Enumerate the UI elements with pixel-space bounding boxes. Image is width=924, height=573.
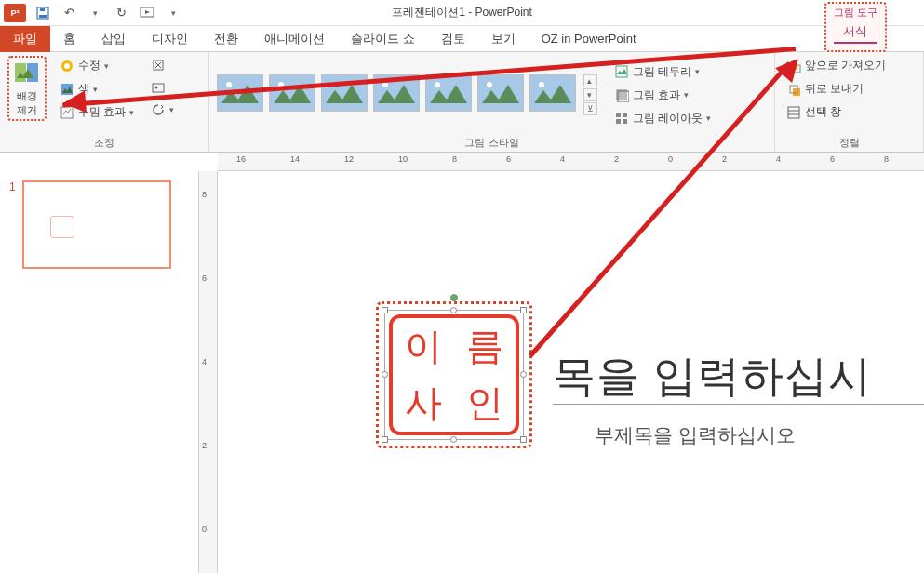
selection-pane-button[interactable]: 선택 창 xyxy=(783,102,890,122)
resize-handle[interactable] xyxy=(382,436,388,443)
picture-layout-button[interactable]: 그림 레이아웃▾ xyxy=(610,109,715,128)
title-underline xyxy=(553,404,924,405)
svg-rect-1 xyxy=(39,15,47,18)
layout-label: 그림 레이아웃 xyxy=(633,111,703,127)
file-tab[interactable]: 파일 xyxy=(0,26,50,52)
svg-rect-23 xyxy=(478,75,523,111)
quick-access-toolbar: P³ ↶ ▾ ↻ ▾ xyxy=(0,4,182,22)
subtitle-placeholder[interactable]: 부제목을 입력하십시오 xyxy=(595,422,796,448)
style-thumb[interactable] xyxy=(477,74,524,112)
gallery-up-button[interactable]: ▴ xyxy=(583,74,597,87)
view-tab[interactable]: 보기 xyxy=(478,26,529,52)
resize-handle[interactable] xyxy=(450,436,457,443)
svg-rect-36 xyxy=(793,88,800,96)
remove-background-label: 배경 제거 xyxy=(17,89,37,117)
picture-effects-button[interactable]: 그림 효과▾ xyxy=(610,86,715,105)
stamp-char: 인 xyxy=(454,375,516,432)
content-area: 1 목을 입력하십시 부제목을 입력하십시오 xyxy=(0,171,924,573)
send-backward-button[interactable]: 뒤로 보내기 xyxy=(783,79,890,99)
picture-border-button[interactable]: 그림 테두리▾ xyxy=(610,62,715,82)
stamp-char: 사 xyxy=(393,375,454,432)
resize-handle[interactable] xyxy=(520,371,527,378)
mini-stamp-preview xyxy=(50,216,74,238)
picture-styles-group: ▴ ▾ ⊻ 그림 테두리▾ 그림 효과▾ 그림 레이아웃▾ xyxy=(209,52,775,152)
svg-point-24 xyxy=(487,82,492,87)
svg-point-14 xyxy=(226,82,232,87)
title-bar: P³ ↶ ▾ ↻ ▾ 프레젠테이션1 - PowerPoint xyxy=(0,0,924,26)
window-title: 프레젠테이션1 - PowerPoint xyxy=(392,5,532,20)
undo-dropdown[interactable]: ▾ xyxy=(86,4,104,22)
resize-handle[interactable] xyxy=(382,371,388,378)
corrections-label: 수정 xyxy=(78,58,100,73)
bring-forward-label: 앞으로 가져오기 xyxy=(805,58,886,73)
horizontal-ruler: 16141210864202468 xyxy=(218,153,924,171)
stamp-char: 름 xyxy=(454,318,516,375)
border-label: 그림 테두리 xyxy=(633,64,691,80)
corrections-button[interactable]: 수정▾ xyxy=(56,56,138,75)
effects-label: 그림 효과 xyxy=(633,87,680,103)
gallery-more-button[interactable]: ⊻ xyxy=(583,102,597,115)
svg-rect-33 xyxy=(623,119,627,124)
home-tab[interactable]: 홈 xyxy=(50,26,88,52)
slide-thumbnail[interactable] xyxy=(22,180,171,269)
style-thumb[interactable] xyxy=(425,74,472,112)
slide-number: 1 xyxy=(9,180,16,193)
remove-background-highlight: 배경 제거 xyxy=(7,56,47,121)
review-tab[interactable]: 검토 xyxy=(428,26,478,52)
stamp-highlight: 이 름 사 인 xyxy=(376,301,532,448)
reset-picture-button[interactable]: ▾ xyxy=(147,100,178,119)
send-backward-label: 뒤로 보내기 xyxy=(805,81,864,97)
qat-customize-dropdown[interactable]: ▾ xyxy=(164,4,182,22)
oz-tab[interactable]: OZ in PowerPoint xyxy=(529,26,649,52)
redo-button[interactable]: ↻ xyxy=(112,4,130,22)
save-button[interactable] xyxy=(33,4,52,22)
resize-handle[interactable] xyxy=(450,307,457,313)
start-slideshow-button[interactable] xyxy=(138,4,156,22)
slide-thumbnails-pane: 1 xyxy=(0,171,199,573)
svg-rect-15 xyxy=(270,75,315,111)
insert-tab[interactable]: 삽입 xyxy=(88,26,139,52)
styles-group-label: 그림 스타일 xyxy=(217,136,767,150)
undo-button[interactable]: ↶ xyxy=(60,4,78,22)
svg-rect-25 xyxy=(530,75,575,111)
format-tab[interactable]: 서식 xyxy=(834,21,877,44)
animations-tab[interactable]: 애니메이션 xyxy=(251,26,338,52)
title-placeholder[interactable]: 목을 입력하십시 xyxy=(553,348,872,406)
svg-rect-11 xyxy=(153,84,164,92)
svg-rect-21 xyxy=(426,75,471,111)
adjust-group-label: 조정 xyxy=(7,136,201,150)
arrange-group-label: 정렬 xyxy=(783,136,916,150)
svg-rect-2 xyxy=(40,8,45,11)
gallery-down-button[interactable]: ▾ xyxy=(583,88,597,101)
stamp-image[interactable]: 이 름 사 인 xyxy=(389,314,519,435)
style-thumb[interactable] xyxy=(269,74,315,112)
remove-background-button[interactable]: 배경 제거 xyxy=(13,60,41,117)
compress-pictures-button[interactable] xyxy=(147,56,178,74)
svg-rect-30 xyxy=(616,113,621,117)
style-thumb[interactable] xyxy=(529,74,576,112)
stamp-selection[interactable]: 이 름 사 인 xyxy=(384,310,524,440)
arrow-head-icon xyxy=(62,90,87,114)
picture-tools-label: 그림 도구 xyxy=(834,6,877,20)
resize-handle[interactable] xyxy=(520,436,527,443)
slide-canvas: 목을 입력하십시 부제목을 입력하십시오 이 름 xyxy=(376,301,924,573)
resize-handle[interactable] xyxy=(382,307,388,313)
svg-rect-31 xyxy=(623,113,627,117)
svg-rect-38 xyxy=(788,107,799,118)
selection-pane-label: 선택 창 xyxy=(805,104,841,120)
design-tab[interactable]: 디자인 xyxy=(139,26,201,52)
svg-point-7 xyxy=(64,63,70,69)
svg-rect-32 xyxy=(616,119,621,124)
rotate-handle[interactable] xyxy=(450,294,458,301)
slideshow-tab[interactable]: 슬라이드 쇼 xyxy=(338,26,428,52)
slide-edit-area[interactable]: 목을 입력하십시 부제목을 입력하십시오 이 름 xyxy=(218,171,924,573)
transitions-tab[interactable]: 전환 xyxy=(201,26,251,52)
svg-point-26 xyxy=(539,82,544,87)
svg-point-12 xyxy=(155,87,158,89)
resize-handle[interactable] xyxy=(520,307,527,313)
stamp-char: 이 xyxy=(393,318,454,375)
powerpoint-icon: P³ xyxy=(4,4,26,22)
svg-point-22 xyxy=(435,82,440,87)
picture-tools-tab-group: 그림 도구 서식 xyxy=(824,2,887,52)
